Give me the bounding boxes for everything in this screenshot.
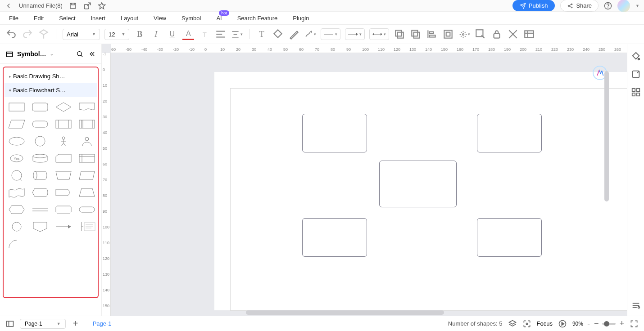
table-icon[interactable] [523, 28, 535, 40]
shape-double-line[interactable] [30, 202, 50, 217]
shape-ellipse[interactable] [6, 134, 27, 148]
shape-trapezoid[interactable] [77, 185, 97, 200]
canvas-shape[interactable] [477, 218, 542, 257]
font-color-icon[interactable]: A [182, 28, 194, 40]
canvas-shape[interactable] [379, 161, 457, 207]
sidebar-caret-icon[interactable]: ⌄ [50, 52, 54, 56]
text-case-icon[interactable]: T [199, 28, 210, 40]
help-icon[interactable] [604, 2, 612, 10]
menu-layout[interactable]: Layout [121, 15, 138, 22]
zoom-caret-icon[interactable]: ⌄ [587, 322, 590, 326]
shape-circle2[interactable] [6, 219, 27, 234]
shape-card[interactable] [53, 151, 74, 166]
shape-stadium[interactable] [77, 202, 97, 217]
shape-arc[interactable] [6, 237, 27, 251]
save-icon[interactable] [69, 2, 77, 10]
burst-icon[interactable]: ▾ [458, 28, 470, 40]
arrow-end-select[interactable]: ▾ [369, 28, 389, 40]
share-button[interactable]: Share [560, 0, 599, 12]
star-icon[interactable] [98, 2, 106, 10]
shape-rounded-rect2[interactable] [53, 202, 74, 217]
shape-circle[interactable] [30, 134, 50, 148]
canvas-shape[interactable] [302, 218, 367, 257]
edit-shape-icon[interactable] [475, 28, 486, 40]
shape-rounded-rect[interactable] [30, 100, 50, 114]
zoom-value[interactable]: 90% [572, 321, 583, 327]
menu-view[interactable]: View [154, 15, 166, 22]
shape-parallelogram[interactable] [6, 117, 27, 131]
publish-button[interactable]: Publish [512, 0, 555, 11]
line-style-select[interactable]: ▾ [321, 28, 340, 40]
shape-connector-circle[interactable] [6, 168, 27, 183]
menu-edit[interactable]: Edit [34, 15, 44, 22]
canvas-shape[interactable] [302, 114, 367, 152]
shape-internal-storage2[interactable] [77, 117, 97, 131]
shape-terminator[interactable] [30, 117, 50, 131]
align-left-icon[interactable] [215, 28, 227, 40]
redo-icon[interactable] [22, 28, 33, 40]
shape-document[interactable] [77, 100, 97, 114]
focus-label[interactable]: Focus [537, 320, 553, 327]
layers-icon[interactable] [508, 319, 517, 328]
bring-front-icon[interactable] [410, 28, 422, 40]
category-basic-flowchart[interactable]: ▾Basic Flowchart S… [5, 83, 97, 97]
menu-search-feature[interactable]: Search Feature [237, 15, 278, 22]
canvas-shape[interactable] [477, 114, 542, 152]
vertical-scrollbar[interactable] [604, 71, 609, 201]
italic-icon[interactable]: I [150, 28, 162, 40]
shape-tape[interactable] [6, 185, 27, 200]
send-back-icon[interactable] [394, 28, 405, 40]
page-tab[interactable]: Page-1 [93, 320, 112, 327]
lock-icon[interactable] [491, 28, 503, 40]
avatar[interactable] [617, 0, 630, 12]
export-icon[interactable] [83, 2, 91, 10]
category-basic-drawing[interactable]: ▸Basic Drawing Sh… [5, 69, 97, 83]
menu-file[interactable]: File [9, 15, 18, 22]
list-panel-icon[interactable] [631, 300, 641, 310]
zoom-out-icon[interactable]: − [594, 319, 599, 328]
shape-display[interactable] [30, 185, 50, 200]
format-painter-icon[interactable] [38, 28, 50, 40]
arrow-start-select[interactable]: ▾ [345, 28, 365, 40]
panel-toggle-icon[interactable] [5, 319, 14, 328]
horizontal-scrollbar[interactable] [246, 310, 444, 315]
fit-icon[interactable] [522, 319, 531, 328]
menu-plugin[interactable]: Plugin [293, 15, 309, 22]
grid-panel-icon[interactable] [631, 87, 641, 97]
shape-predefined[interactable] [53, 117, 74, 131]
shape-hexagon[interactable] [6, 202, 27, 217]
align-objects-icon[interactable] [426, 28, 438, 40]
back-icon[interactable] [5, 2, 13, 10]
menu-ai[interactable]: AI hot [216, 15, 222, 22]
shape-yes-label[interactable]: Yes [6, 151, 27, 166]
valign-icon[interactable]: ▾ [231, 28, 243, 40]
text-box-icon[interactable]: T [256, 28, 268, 40]
shape-manual-op[interactable] [53, 168, 74, 183]
group-icon[interactable] [442, 28, 454, 40]
search-icon[interactable] [76, 50, 83, 58]
shape-person[interactable] [53, 134, 74, 148]
bold-icon[interactable]: B [134, 28, 145, 40]
page-select[interactable]: Page-1▼ [20, 319, 66, 329]
collapse-icon[interactable] [89, 50, 96, 58]
menu-insert[interactable]: Insert [91, 15, 106, 22]
shape-delay[interactable] [53, 185, 74, 200]
zoom-in-icon[interactable]: + [619, 319, 624, 328]
shape-internal-storage[interactable] [77, 151, 97, 166]
connector-icon[interactable]: ▾ [304, 28, 316, 40]
shape-arrow-line[interactable] [53, 219, 74, 234]
fill-color-icon[interactable] [272, 28, 284, 40]
underline-icon[interactable]: U [166, 28, 178, 40]
shape-rectangle[interactable] [6, 100, 27, 114]
shape-trapezoid2[interactable] [77, 168, 97, 183]
avatar-caret-icon[interactable]: ▼ [635, 4, 639, 8]
canvas-viewport[interactable] [111, 53, 627, 316]
undo-icon[interactable] [5, 28, 17, 40]
layers-panel-icon[interactable] [631, 69, 641, 79]
menu-symbol[interactable]: Symbol [181, 15, 201, 22]
add-page-icon[interactable]: + [71, 319, 80, 328]
play-icon[interactable] [558, 319, 567, 328]
zoom-slider[interactable] [602, 323, 616, 325]
font-select[interactable]: Arial▼ [63, 29, 100, 40]
shape-cylinder-v[interactable] [30, 168, 50, 183]
